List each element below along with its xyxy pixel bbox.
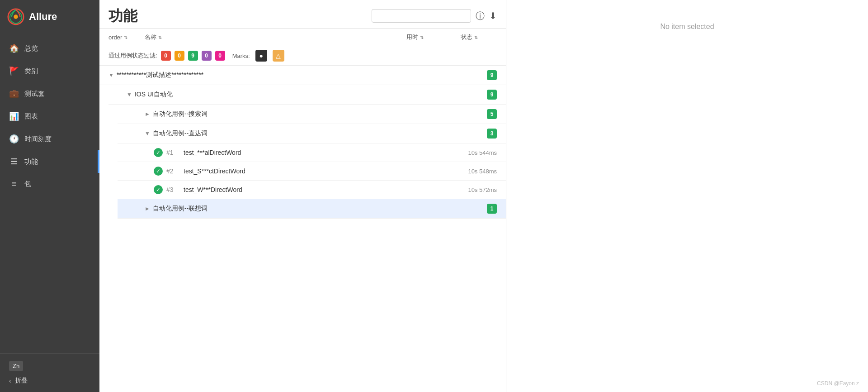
- test-num-3: #3: [166, 186, 180, 193]
- tree-node-search: ► 自动化用例--搜索词 5: [118, 105, 506, 124]
- tree-node-ios: ▼ IOS UI自动化 9 ► 自动化用例--搜索词 5: [108, 85, 506, 219]
- test-name-3: test_W***DirectWord: [184, 186, 452, 193]
- tree-node-ios-label: IOS UI自动化: [135, 91, 487, 99]
- status-sort-icon: ⇅: [474, 35, 478, 40]
- nav-label-packages: 包: [24, 180, 31, 188]
- filter-badge-skipped[interactable]: 0: [202, 51, 212, 61]
- tree-node-suggest: ► 自动化用例--联想词 1: [118, 199, 506, 219]
- tree-node-root-label: ************测试描述*************: [117, 71, 487, 79]
- nav-icon-suites: 💼: [9, 89, 19, 99]
- test-num-1: #1: [166, 149, 180, 156]
- filter-badge-passed[interactable]: 9: [188, 51, 198, 61]
- nav-label-categories: 类别: [24, 67, 38, 76]
- mark-flaky-icon[interactable]: ●: [255, 50, 267, 62]
- nav-icon-overview: 🏠: [9, 43, 19, 53]
- tree-node-suggest-header[interactable]: ► 自动化用例--联想词 1: [118, 199, 506, 219]
- tree-node-search-label: 自动化用例--搜索词: [153, 110, 487, 118]
- col-time[interactable]: 用时 ⇅: [406, 33, 461, 41]
- sidebar-bottom: Zh ‹ 折叠: [0, 353, 99, 392]
- main-content: 功能 ⓘ ⬇ order ⇅ 名称 ⇅ 用时 ⇅: [99, 0, 868, 392]
- mark-warn-icon[interactable]: △: [273, 50, 284, 62]
- name-sort-icon: ⇅: [158, 35, 162, 40]
- nav-label-graphs: 图表: [24, 112, 38, 121]
- tree-children-root: ▼ IOS UI自动化 9 ► 自动化用例--搜索词 5: [99, 85, 506, 219]
- nav-label-behaviors: 功能: [24, 158, 38, 166]
- test-item-3[interactable]: ✓ #3 test_W***DirectWord 10s 572ms: [118, 181, 506, 199]
- expand-icon-search: ►: [145, 111, 150, 117]
- test-num-2: #2: [166, 167, 180, 175]
- sidebar: Allure 🏠总览🚩类别💼测试套📊图表🕐时间刻度☰功能≡包 Zh ‹ 折叠: [0, 0, 99, 392]
- right-panel: No item selected: [506, 0, 868, 392]
- sidebar-item-packages[interactable]: ≡包: [0, 173, 99, 195]
- test-time-3: 10s 572ms: [452, 186, 497, 193]
- panel-title-row: 功能 ⓘ ⬇: [108, 7, 497, 24]
- col-name[interactable]: 名称 ⇅: [145, 33, 406, 41]
- tree-node-root-header[interactable]: ▼ ************测试描述************* 9: [99, 66, 506, 85]
- panel-actions: ⓘ ⬇: [372, 9, 497, 23]
- no-selection-text: No item selected: [660, 23, 714, 31]
- svg-point-1: [14, 14, 18, 19]
- tree-children-ios: ► 自动化用例--搜索词 5 ▼ 自动化用例--直达词 3: [108, 105, 506, 219]
- sidebar-item-graphs[interactable]: 📊图表: [0, 105, 99, 128]
- nav-icon-graphs: 📊: [9, 111, 19, 121]
- marks-label: Marks:: [232, 53, 250, 59]
- page-title: 功能: [108, 7, 137, 24]
- nav-label-overview: 总览: [24, 44, 38, 53]
- collapse-button[interactable]: ‹ 折叠: [9, 377, 90, 385]
- left-panel: 功能 ⓘ ⬇ order ⇅ 名称 ⇅ 用时 ⇅: [99, 0, 506, 392]
- tree-node-root: ▼ ************测试描述************* 9 ▼ IOS …: [99, 66, 506, 219]
- tree-children-direct: ✓ #1 test_***alDirectWord 10s 544ms ✓ #2…: [118, 143, 506, 199]
- col-order[interactable]: order ⇅: [108, 34, 145, 41]
- nav-icon-packages: ≡: [9, 179, 19, 189]
- test-item-2[interactable]: ✓ #2 test_S***ctDirectWord 10s 548ms: [118, 162, 506, 181]
- sidebar-item-overview[interactable]: 🏠总览: [0, 37, 99, 60]
- test-name-1: test_***alDirectWord: [184, 149, 452, 156]
- tree-node-suggest-label: 自动化用例--联想词: [153, 205, 487, 213]
- col-status[interactable]: 状态 ⇅: [461, 33, 497, 41]
- chevron-left-icon: ‹: [9, 377, 11, 384]
- panel-header: 功能 ⓘ ⬇: [99, 0, 506, 29]
- nav-label-suites: 测试套: [24, 90, 45, 98]
- filter-badge-unknown[interactable]: 0: [215, 51, 225, 61]
- tree-node-root-badge: 9: [487, 70, 497, 80]
- test-status-passed-3: ✓: [154, 185, 163, 194]
- filter-badge-broken[interactable]: 0: [175, 51, 184, 61]
- tree-node-search-header[interactable]: ► 自动化用例--搜索词 5: [118, 105, 506, 124]
- tree-node-suggest-badge: 1: [487, 204, 497, 214]
- test-item-1[interactable]: ✓ #1 test_***alDirectWord 10s 544ms: [118, 143, 506, 162]
- col-name-label: 名称: [145, 33, 156, 41]
- tree-node-search-badge: 5: [487, 109, 497, 119]
- nav-label-timeline: 时间刻度: [24, 135, 52, 143]
- filter-badge-failed[interactable]: 0: [161, 51, 171, 61]
- sidebar-item-behaviors[interactable]: ☰功能: [0, 150, 99, 173]
- time-sort-icon: ⇅: [420, 35, 424, 40]
- test-status-passed-1: ✓: [154, 148, 163, 157]
- logo-text: Allure: [29, 11, 57, 23]
- info-icon[interactable]: ⓘ: [476, 10, 485, 22]
- tree-node-direct-badge: 3: [487, 129, 497, 139]
- sidebar-nav: 🏠总览🚩类别💼测试套📊图表🕐时间刻度☰功能≡包: [0, 33, 99, 353]
- watermark: CSDN @Eayon z: [817, 380, 859, 387]
- col-order-label: order: [108, 34, 122, 41]
- test-time-2: 10s 548ms: [452, 168, 497, 175]
- test-name-2: test_S***ctDirectWord: [184, 167, 452, 175]
- test-status-passed-2: ✓: [154, 167, 163, 176]
- tree-node-direct-label: 自动化用例--直达词: [153, 129, 487, 138]
- nav-icon-categories: 🚩: [9, 66, 19, 76]
- collapse-label: 折叠: [15, 377, 28, 385]
- sidebar-item-categories[interactable]: 🚩类别: [0, 60, 99, 82]
- sidebar-item-timeline[interactable]: 🕐时间刻度: [0, 128, 99, 150]
- search-input[interactable]: [372, 9, 471, 23]
- sidebar-item-suites[interactable]: 💼测试套: [0, 82, 99, 105]
- tree-node-direct-header[interactable]: ▼ 自动化用例--直达词 3: [118, 124, 506, 143]
- col-time-label: 用时: [406, 33, 418, 41]
- sidebar-logo: Allure: [0, 0, 99, 33]
- tree-node-direct: ▼ 自动化用例--直达词 3 ✓ #1 test_***alDire: [118, 124, 506, 199]
- expand-icon-root: ▼: [108, 72, 114, 78]
- language-button[interactable]: Zh: [9, 361, 23, 371]
- filter-label: 通过用例状态过滤:: [108, 52, 157, 60]
- expand-icon-ios: ▼: [127, 91, 132, 98]
- tree-node-ios-header[interactable]: ▼ IOS UI自动化 9: [108, 85, 506, 105]
- download-icon[interactable]: ⬇: [489, 10, 497, 21]
- tree-node-ios-badge: 9: [487, 90, 497, 100]
